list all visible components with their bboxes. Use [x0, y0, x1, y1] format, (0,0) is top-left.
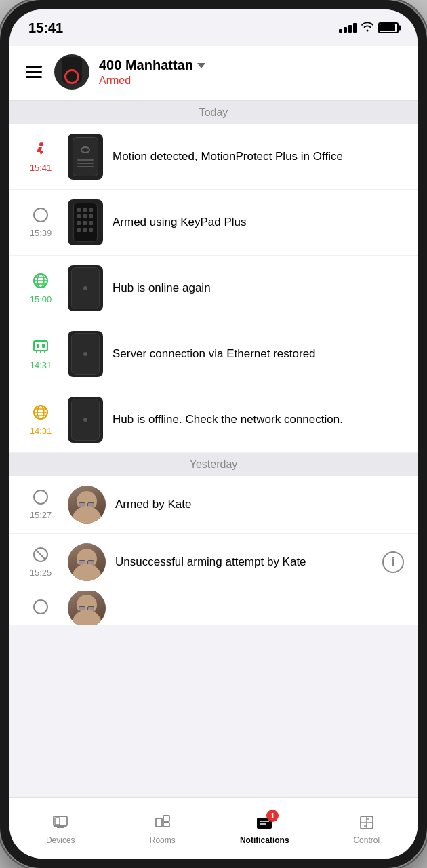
phone-screen: 15:41	[9, 9, 418, 859]
person-body-1	[72, 506, 102, 524]
person-body-2	[72, 564, 102, 581]
status-bar: 15:41	[9, 9, 418, 46]
notif-item-ethernet[interactable]: 14:31 Server connection via Ethernet res…	[9, 321, 418, 387]
svg-rect-27	[163, 823, 169, 827]
hub-shape-1	[71, 267, 100, 309]
notif-time-2: 15:39	[30, 228, 52, 238]
svg-rect-25	[156, 818, 162, 827]
device-image-hub-3	[68, 397, 103, 443]
location-selector[interactable]: 400 Manhattan	[99, 58, 404, 73]
notifications-badge: 1	[266, 810, 279, 822]
wifi-icon	[361, 21, 374, 35]
notif-item-partial[interactable]	[9, 591, 418, 625]
notif-icon-time-1: 15:41	[23, 140, 58, 173]
device-image-hub-2	[68, 331, 103, 377]
header-info: 400 Manhattan Armed	[99, 58, 404, 87]
notif-text-5: Hub is offline. Check the network connec…	[113, 412, 404, 428]
notif-icon-time-8	[23, 599, 58, 618]
notif-icon-time-6: 15:27	[23, 489, 58, 520]
device-image-keypad	[68, 199, 103, 245]
nav-label-notifications: Notifications	[240, 835, 289, 845]
notif-time-4: 14:31	[30, 360, 52, 370]
notif-text-7: Unsuccessful arming attempt by Kate	[115, 555, 373, 570]
person-body-3	[72, 610, 102, 626]
svg-rect-7	[34, 341, 47, 351]
svg-point-18	[34, 490, 47, 504]
nav-label-control: Control	[353, 835, 380, 845]
notifications-icon: 1	[254, 812, 274, 833]
circle-icon-6	[33, 489, 49, 508]
person-face-2	[68, 543, 106, 581]
device-image-motion	[68, 134, 103, 180]
notif-text-3: Hub is online again	[113, 281, 404, 296]
notif-text-6: Armed by Kate	[115, 497, 404, 513]
notif-item-hub-offline[interactable]: 14:31 Hub is offline. Check the network …	[9, 387, 418, 453]
bottom-nav: Devices Rooms	[9, 797, 418, 859]
notif-text-2: Armed using KeyPad Plus	[113, 215, 404, 231]
menu-button[interactable]	[23, 63, 45, 81]
ban-icon	[33, 547, 49, 566]
notif-time-1: 15:41	[30, 163, 52, 173]
nav-label-rooms: Rooms	[150, 835, 176, 845]
notif-time-6: 15:27	[30, 510, 52, 520]
person-face-3	[68, 591, 106, 625]
nav-label-devices: Devices	[46, 835, 75, 845]
hub-dot-2	[83, 352, 87, 356]
section-header-yesterday: Yesterday	[9, 453, 418, 476]
status-icons	[339, 21, 399, 35]
notif-icon-time-3: 15:00	[23, 272, 58, 304]
rooms-icon	[152, 812, 173, 833]
svg-point-21	[34, 600, 47, 614]
nav-item-devices[interactable]: Devices	[9, 798, 112, 852]
devices-icon	[50, 812, 70, 833]
svg-rect-11	[37, 344, 39, 348]
circle-icon-8	[33, 599, 49, 618]
globe-yellow-icon	[32, 403, 49, 424]
person-avatar-kate-2	[68, 543, 106, 581]
svg-line-20	[36, 550, 45, 559]
svg-point-0	[39, 142, 43, 146]
notif-item-armed-keypad[interactable]: 15:39	[9, 190, 418, 256]
signal-icon	[339, 23, 357, 33]
hub-shape-3	[71, 399, 100, 441]
notif-item-armed-kate[interactable]: 15:27 Armed by Kate	[9, 476, 418, 534]
section-header-today: Today	[9, 101, 418, 124]
motion-sensor-shape	[73, 137, 98, 176]
control-icon	[357, 812, 377, 833]
globe-green-icon	[32, 272, 49, 292]
menu-line-1	[26, 66, 42, 68]
hub-avatar	[54, 54, 89, 90]
sensor-eye	[81, 146, 90, 153]
nav-item-rooms[interactable]: Rooms	[112, 798, 214, 852]
battery-icon	[378, 22, 399, 33]
notif-time-7: 15:25	[30, 568, 52, 578]
ethernet-icon	[32, 338, 49, 358]
notif-text-4: Server connection via Ethernet restored	[113, 347, 404, 362]
circle-icon-2	[33, 207, 49, 226]
sensor-lines	[77, 159, 94, 167]
menu-line-3	[26, 76, 42, 78]
nav-item-control[interactable]: Control	[316, 798, 418, 852]
keypad-shape	[73, 203, 98, 242]
svg-rect-12	[42, 344, 45, 348]
notif-icon-time-2: 15:39	[23, 207, 58, 238]
notif-item-unsuccessful[interactable]: 15:25 Unsuccessful arming attempt by Kat	[9, 534, 418, 591]
info-button[interactable]: i	[382, 551, 404, 573]
hub-dot	[83, 286, 87, 290]
person-face-1	[68, 486, 106, 524]
person-avatar-3	[68, 591, 106, 625]
hub-dot-3	[83, 418, 87, 422]
svg-point-1	[34, 208, 47, 222]
status-time: 15:41	[28, 20, 63, 36]
svg-rect-23	[55, 818, 60, 825]
location-name: 400 Manhattan	[99, 58, 193, 73]
notif-item-motion-detected[interactable]: 15:41 Motion detected, MotionProtect Plu…	[9, 124, 418, 190]
motion-icon	[32, 140, 49, 161]
notif-item-hub-online[interactable]: 15:00 Hub is online again	[9, 256, 418, 321]
person-avatar-kate-1	[68, 486, 106, 524]
hub-shape-2	[71, 333, 100, 375]
nav-item-notifications[interactable]: 1 Notifications	[214, 798, 316, 852]
notif-icon-time-7: 15:25	[23, 547, 58, 578]
content-scroll: Today 15:41	[9, 101, 418, 797]
chevron-down-icon	[197, 63, 205, 68]
